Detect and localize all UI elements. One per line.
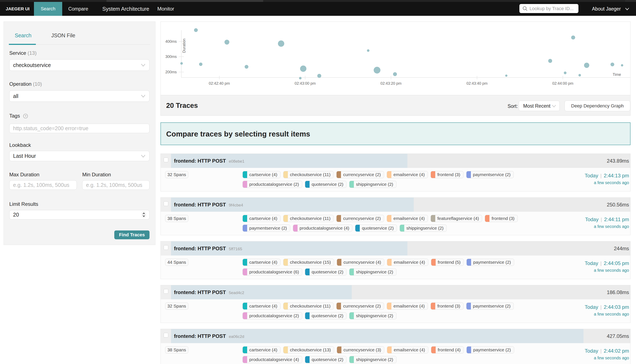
svg-text:Time: Time [612, 72, 621, 77]
svg-text:02:42:40 pm: 02:42:40 pm [209, 81, 230, 86]
svg-text:02:43:40 pm: 02:43:40 pm [466, 81, 488, 86]
svg-text:02:44:00 pm: 02:44:00 pm [552, 81, 573, 86]
svg-text:300ms: 300ms [165, 54, 177, 59]
svg-text:?: ? [25, 114, 27, 118]
svg-text:02:43:20 pm: 02:43:20 pm [380, 81, 402, 86]
svg-text:02:43:00 pm: 02:43:00 pm [294, 81, 316, 86]
svg-text:400ms: 400ms [165, 40, 177, 44]
svg-text:Duration: Duration [182, 38, 186, 53]
svg-text:200ms: 200ms [165, 70, 177, 74]
